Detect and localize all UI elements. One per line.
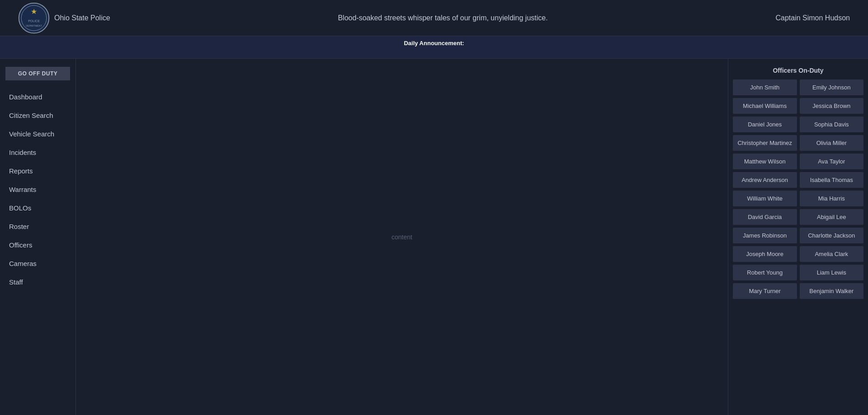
logo-icon: ★ POLICE DEPARTMENT <box>18 2 50 34</box>
go-off-duty-button[interactable]: GO OFF DUTY <box>5 67 70 80</box>
officer-button[interactable]: Jessica Brown <box>800 98 864 114</box>
officer-button[interactable]: Amelia Clark <box>800 246 864 262</box>
officer-button[interactable]: Robert Young <box>733 265 797 280</box>
sidebar-item-bolos[interactable]: BOLOs <box>0 199 75 217</box>
officer-button[interactable]: Michael Williams <box>733 98 797 114</box>
org-name: Ohio State Police <box>54 14 110 22</box>
sidebar-item-cameras[interactable]: Cameras <box>0 254 75 273</box>
svg-text:★: ★ <box>31 8 37 15</box>
officer-button[interactable]: Ava Taylor <box>800 154 864 169</box>
officer-button[interactable]: Charlotte Jackson <box>800 228 864 243</box>
sidebar-item-staff[interactable]: Staff <box>0 273 75 291</box>
officer-button[interactable]: Christopher Martinez <box>733 135 797 151</box>
officer-button[interactable]: David Garcia <box>733 209 797 225</box>
officer-button[interactable]: Olivia Miller <box>800 135 864 151</box>
announcement-label: Daily Announcement: <box>404 40 464 47</box>
sidebar-item-citizen-search[interactable]: Citizen Search <box>0 106 75 125</box>
content-placeholder: content <box>392 233 412 241</box>
captain-name: Captain Simon Hudson <box>775 14 850 22</box>
top-bar: ★ POLICE DEPARTMENT Ohio State Police Bl… <box>0 0 868 36</box>
officers-panel: Officers On-Duty John SmithEmily Johnson… <box>728 59 868 415</box>
officer-button[interactable]: Mia Harris <box>800 191 864 206</box>
sidebar-item-reports[interactable]: Reports <box>0 162 75 180</box>
nav-items: DashboardCitizen SearchVehicle SearchInc… <box>0 88 75 291</box>
officer-button[interactable]: Mary Turner <box>733 283 797 299</box>
sidebar-item-dashboard[interactable]: Dashboard <box>0 88 75 106</box>
tagline: Blood-soaked streets whisper tales of ou… <box>338 14 547 22</box>
officer-button[interactable]: John Smith <box>733 79 797 95</box>
sidebar-item-incidents[interactable]: Incidents <box>0 143 75 162</box>
officer-button[interactable]: James Robinson <box>733 228 797 243</box>
officer-button[interactable]: Isabella Thomas <box>800 172 864 188</box>
officer-button[interactable]: Abigail Lee <box>800 209 864 225</box>
officer-button[interactable]: Daniel Jones <box>733 117 797 132</box>
content-area: content <box>76 59 728 415</box>
sidebar-item-officers[interactable]: Officers <box>0 236 75 254</box>
officer-button[interactable]: Joseph Moore <box>733 246 797 262</box>
sidebar-item-roster[interactable]: Roster <box>0 217 75 236</box>
officer-button[interactable]: Matthew Wilson <box>733 154 797 169</box>
officers-panel-title: Officers On-Duty <box>733 63 863 79</box>
announcement-bar: Daily Announcement: <box>0 36 868 59</box>
main-layout: GO OFF DUTY DashboardCitizen SearchVehic… <box>0 59 868 415</box>
officers-grid: John SmithEmily JohnsonMichael WilliamsJ… <box>733 79 863 299</box>
sidebar: GO OFF DUTY DashboardCitizen SearchVehic… <box>0 59 76 415</box>
sidebar-item-warrants[interactable]: Warrants <box>0 180 75 199</box>
officer-button[interactable]: Benjamin Walker <box>800 283 864 299</box>
officer-button[interactable]: Liam Lewis <box>800 265 864 280</box>
officer-button[interactable]: Andrew Anderson <box>733 172 797 188</box>
officer-button[interactable]: Emily Johnson <box>800 79 864 95</box>
svg-text:DEPARTMENT: DEPARTMENT <box>26 24 42 27</box>
officer-button[interactable]: William White <box>733 191 797 206</box>
officer-button[interactable]: Sophia Davis <box>800 117 864 132</box>
sidebar-item-vehicle-search[interactable]: Vehicle Search <box>0 125 75 143</box>
svg-text:POLICE: POLICE <box>28 19 40 22</box>
